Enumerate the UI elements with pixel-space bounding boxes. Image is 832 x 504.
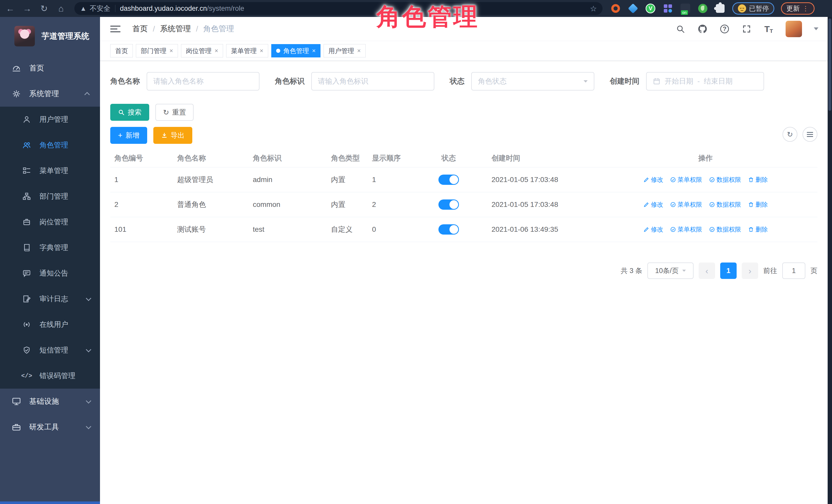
breadcrumb-home[interactable]: 首页 — [132, 24, 148, 34]
app-logo — [15, 26, 35, 46]
scrollbar-thumb[interactable] — [828, 19, 831, 111]
tab-menus[interactable]: 菜单管理× — [226, 44, 268, 57]
sidebar-item-label: 岗位管理 — [40, 217, 68, 227]
data-permission-link[interactable]: 数据权限 — [709, 226, 741, 234]
page-1-button[interactable]: 1 — [720, 263, 737, 279]
sidebar-item-infrastructure[interactable]: 基础设施 — [0, 389, 100, 414]
status-select[interactable]: 角色状态 — [471, 72, 594, 90]
status-toggle[interactable] — [438, 200, 459, 210]
role-key-input[interactable] — [311, 72, 434, 90]
extension-puzzle-icon[interactable] — [715, 3, 726, 14]
menu-permission-link[interactable]: 菜单权限 — [670, 176, 702, 184]
extension-grid-icon[interactable] — [662, 3, 673, 14]
sidebar-item-notice[interactable]: 通知公告 — [0, 261, 100, 286]
tab-users[interactable]: 用户管理× — [323, 44, 366, 57]
sidebar-item-error-codes[interactable]: </> 错误码管理 — [0, 363, 100, 389]
column-settings-button[interactable] — [803, 127, 817, 142]
forward-icon[interactable]: → — [21, 4, 34, 14]
extension-gem-icon[interactable] — [628, 3, 639, 14]
col-role-key: 角色标识 — [249, 149, 327, 167]
active-dot — [276, 49, 280, 53]
bookmark-star-icon[interactable]: ☆ — [590, 4, 597, 13]
post-badge-icon — [21, 218, 32, 227]
menu-permission-link[interactable]: 菜单权限 — [670, 201, 702, 209]
status-toggle[interactable] — [438, 175, 459, 185]
hamburger-icon[interactable] — [110, 24, 121, 34]
sidebar-item-label: 角色管理 — [40, 140, 68, 150]
data-permission-link[interactable]: 数据权限 — [709, 201, 741, 209]
github-icon[interactable] — [697, 24, 708, 34]
url-path: /system/role — [207, 5, 244, 12]
update-button[interactable]: 更新 ⋮ — [781, 2, 814, 15]
avatar[interactable] — [786, 21, 802, 37]
sidebar-item-sms[interactable]: 短信管理 — [0, 337, 100, 363]
export-button[interactable]: 导出 — [153, 127, 192, 144]
sidebar-item-online-users[interactable]: 在线用户 — [0, 312, 100, 337]
pagination: 共 3 条 10条/页 ‹ 1 › 前往 页 — [621, 263, 817, 279]
home-icon[interactable]: ⌂ — [54, 4, 68, 14]
prev-page-button[interactable]: ‹ — [699, 263, 715, 279]
page-size-select[interactable]: 10条/页 — [647, 263, 694, 279]
edit-link[interactable]: 修改 — [643, 226, 663, 234]
reload-icon[interactable]: ↻ — [37, 3, 51, 14]
monitor-icon — [11, 397, 22, 406]
close-icon[interactable]: × — [215, 48, 218, 54]
sidebar-item-label: 研发工具 — [29, 422, 59, 432]
sidebar-item-home[interactable]: 首页 — [0, 55, 100, 81]
extension-plant-icon[interactable] — [697, 3, 708, 14]
question-icon[interactable]: ? — [720, 24, 730, 34]
sidebar-item-roles[interactable]: 角色管理 — [0, 132, 100, 158]
col-actions: 操作 — [594, 149, 817, 167]
menu-permission-link[interactable]: 菜单权限 — [670, 226, 702, 234]
toolbox-icon — [11, 422, 22, 432]
paused-badge[interactable]: 已暂停 — [732, 2, 774, 15]
tab-roles[interactable]: 角色管理× — [271, 44, 320, 57]
sidebar-item-menus[interactable]: 菜单管理 — [0, 158, 100, 184]
close-icon[interactable]: × — [260, 48, 263, 54]
sidebar-item-dict[interactable]: 字典管理 — [0, 235, 100, 261]
sidebar-item-departments[interactable]: 部门管理 — [0, 184, 100, 209]
fullscreen-icon[interactable] — [742, 24, 752, 34]
col-status: 状态 — [422, 149, 476, 167]
close-icon[interactable]: × — [170, 48, 173, 54]
delete-link[interactable]: 删除 — [748, 201, 768, 209]
font-size-icon[interactable]: TT — [763, 24, 774, 34]
kebab-menu-icon[interactable]: ⋮ — [802, 5, 809, 12]
sidebar-item-audit-log[interactable]: 审计日志 — [0, 286, 100, 312]
sidebar-item-posts[interactable]: 岗位管理 — [0, 209, 100, 235]
extension-green-icon[interactable]: V — [645, 3, 656, 14]
reset-button[interactable]: ↻ 重置 — [155, 104, 193, 121]
app-logo-row[interactable]: 芋道管理系统 — [0, 17, 100, 55]
tab-home[interactable]: 首页 — [110, 44, 133, 57]
back-icon[interactable]: ← — [4, 4, 17, 14]
caret-down-icon[interactable] — [814, 27, 818, 30]
add-button[interactable]: + 新增 — [110, 127, 147, 144]
breadcrumb-system[interactable]: 系统管理 — [160, 24, 191, 34]
edit-link[interactable]: 修改 — [643, 176, 663, 184]
browser-scrollbar[interactable] — [828, 17, 832, 504]
url-bar[interactable]: ▲ 不安全 dashboard.yudao.iocoder.cn/system/… — [74, 2, 602, 15]
close-icon[interactable]: × — [357, 48, 361, 54]
delete-link[interactable]: 删除 — [748, 226, 768, 234]
extension-proxy-icon[interactable]: on — [680, 3, 691, 14]
date-range-picker[interactable]: 开始日期 - 结束日期 — [646, 72, 764, 90]
refresh-table-button[interactable]: ↻ — [782, 127, 797, 142]
goto-page-input[interactable] — [782, 263, 805, 279]
caret-down-icon — [583, 80, 588, 83]
table-header-row: 角色编号 角色名称 角色标识 角色类型 显示顺序 状态 创建时间 操作 — [110, 149, 817, 167]
tab-departments[interactable]: 部门管理× — [136, 44, 178, 57]
tab-posts[interactable]: 岗位管理× — [181, 44, 223, 57]
close-icon[interactable]: × — [312, 48, 316, 54]
sidebar-item-users[interactable]: 用户管理 — [0, 107, 100, 132]
extension-ring-icon[interactable] — [610, 3, 621, 14]
delete-link[interactable]: 删除 — [748, 176, 768, 184]
sidebar-item-devtools[interactable]: 研发工具 — [0, 414, 100, 440]
role-name-input[interactable] — [147, 72, 259, 90]
search-button[interactable]: 搜索 — [110, 104, 149, 121]
edit-link[interactable]: 修改 — [643, 201, 663, 209]
status-toggle[interactable] — [438, 224, 459, 235]
data-permission-link[interactable]: 数据权限 — [709, 176, 741, 184]
search-icon[interactable] — [675, 24, 685, 34]
next-page-button[interactable]: › — [742, 263, 758, 279]
sidebar-item-system[interactable]: 系统管理 — [0, 81, 100, 107]
